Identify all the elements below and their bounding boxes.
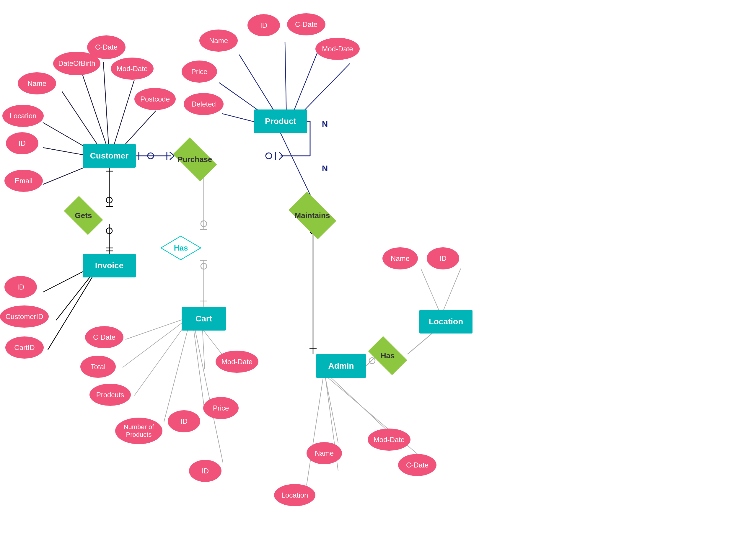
attr-cart-id2: ID (189, 460, 221, 482)
has-cart-relationship: Has (159, 235, 202, 261)
attr-cust-email: Email (4, 170, 43, 192)
attr-prod-moddate: Mod-Date (315, 38, 360, 60)
svg-line-2 (112, 80, 134, 151)
attr-inv-cartid: CartID (5, 336, 44, 358)
attr-cart-moddate: Mod-Date (216, 351, 258, 373)
svg-text:N: N (322, 164, 328, 173)
attr-admin-name: Name (307, 442, 342, 464)
attr-prod-cdate: C-Date (287, 13, 325, 35)
attr-loc-id: ID (427, 247, 459, 270)
attr-cart-cdate: C-Date (85, 326, 123, 348)
attr-prod-id: ID (247, 14, 280, 36)
attr-cart-price: Price (203, 397, 239, 419)
attr-cust-postcode: Postcode (134, 88, 176, 110)
svg-line-55 (281, 133, 313, 201)
attr-cart-numproducts: Number of Products (115, 418, 162, 444)
has-location-relationship: Has (366, 342, 409, 369)
attr-inv-customerid: CustomerID (0, 305, 49, 327)
maintains-relationship: Maintains (286, 201, 338, 230)
attr-prod-name: Name (199, 30, 238, 52)
svg-text:N: N (322, 120, 328, 129)
svg-line-0 (103, 62, 109, 156)
purchase-relationship: Purchase (171, 145, 219, 174)
svg-line-25 (279, 156, 283, 160)
attr-admin-moddate: Mod-Date (368, 428, 410, 451)
attr-cart-products: Prodcuts (89, 384, 131, 406)
attr-cust-dateofbirth: DateOfBirth (53, 52, 100, 75)
gets-relationship: Gets (62, 202, 105, 229)
attr-admin-cdate: C-Date (398, 454, 436, 476)
attr-prod-deleted: Deleted (184, 93, 224, 115)
product-entity: Product (254, 110, 307, 133)
attr-inv-id: ID (4, 276, 37, 298)
attr-admin-location: Location (274, 484, 315, 506)
invoice-entity: Invoice (83, 254, 136, 277)
attr-cust-location: Location (2, 105, 44, 127)
customer-entity: Customer (83, 144, 136, 168)
attr-cart-id: ID (168, 410, 200, 432)
attr-cust-moddate: Mod-Date (111, 58, 154, 80)
attr-cust-id: ID (6, 132, 38, 154)
attr-cust-name: Name (18, 72, 56, 95)
attr-cart-total: Total (80, 356, 116, 378)
svg-line-24 (279, 152, 283, 156)
attr-prod-price: Price (182, 61, 217, 83)
svg-line-9 (285, 42, 286, 120)
attr-loc-name: Name (382, 247, 418, 270)
svg-point-27 (266, 153, 272, 159)
